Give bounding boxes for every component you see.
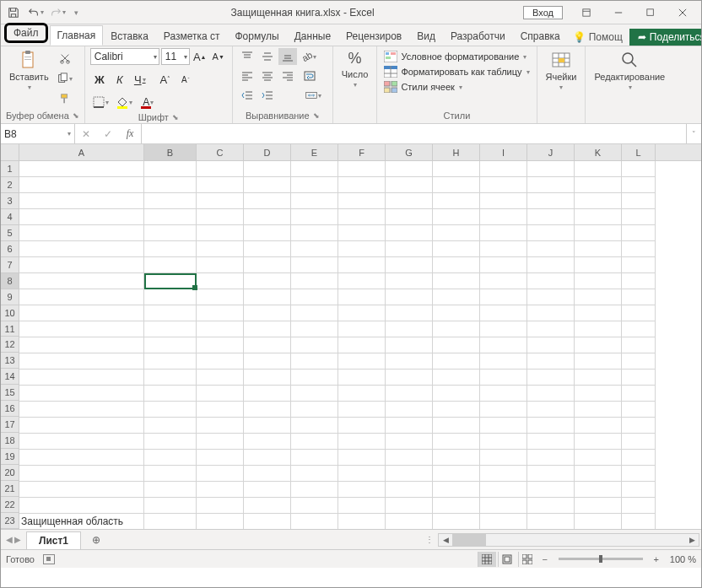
name-box[interactable]: B8▾ [1, 124, 75, 143]
cell-G7[interactable] [386, 418, 433, 434]
row-header-18[interactable]: 18 [1, 433, 19, 449]
cell-H4[interactable] [433, 466, 480, 482]
cell-F14[interactable] [338, 305, 386, 321]
col-header-J[interactable]: J [527, 144, 575, 160]
paste-button[interactable]: Вставить ▾ [6, 48, 52, 93]
cell-B10[interactable] [144, 370, 197, 386]
cell-I10[interactable] [480, 370, 527, 386]
formula-input[interactable] [142, 124, 686, 143]
cell-F8[interactable] [338, 402, 386, 418]
cell-L7[interactable] [622, 418, 656, 434]
cell-H17[interactable] [433, 257, 480, 273]
cell-A18[interactable] [19, 241, 144, 257]
cell-E7[interactable] [291, 418, 338, 434]
cell-B21[interactable] [144, 193, 197, 209]
cell-I19[interactable] [480, 225, 527, 241]
cell-E23[interactable] [291, 161, 338, 177]
cell-D18[interactable] [244, 241, 291, 257]
view-page-layout-icon[interactable] [498, 552, 516, 567]
cell-D17[interactable] [244, 257, 291, 273]
cell-F19[interactable] [338, 225, 386, 241]
cell-H19[interactable] [433, 225, 480, 241]
cell-E3[interactable] [291, 482, 338, 498]
col-header-I[interactable]: I [480, 144, 527, 160]
cell-J15[interactable] [527, 289, 575, 305]
cell-J20[interactable] [527, 209, 575, 225]
maximize-icon[interactable] [635, 2, 666, 24]
cell-K11[interactable] [575, 353, 622, 370]
cell-I6[interactable] [480, 434, 527, 450]
cell-J16[interactable] [527, 273, 575, 289]
cell-F4[interactable] [338, 466, 386, 482]
cell-K18[interactable] [575, 241, 622, 257]
cell-J3[interactable] [527, 482, 575, 498]
cell-B11[interactable] [144, 353, 197, 370]
cell-C3[interactable] [197, 482, 244, 498]
cell-B16[interactable] [144, 273, 197, 289]
font-size-select[interactable]: 11▾ [161, 48, 190, 65]
cell-D16[interactable] [244, 273, 291, 289]
cell-E1[interactable] [291, 514, 338, 529]
cell-J22[interactable] [527, 177, 575, 193]
cell-G13[interactable] [386, 321, 433, 337]
cell-G22[interactable] [386, 177, 433, 193]
col-header-F[interactable]: F [338, 144, 386, 160]
row-header-11[interactable]: 11 [1, 321, 19, 337]
cell-I4[interactable] [480, 466, 527, 482]
cell-B13[interactable] [144, 321, 197, 337]
row-header-20[interactable]: 20 [1, 465, 19, 481]
cell-A19[interactable] [19, 225, 144, 241]
cell-E14[interactable] [291, 305, 338, 321]
cell-E20[interactable] [291, 209, 338, 225]
cell-F23[interactable] [338, 161, 386, 177]
cell-L11[interactable] [622, 353, 656, 370]
cell-I2[interactable] [480, 498, 527, 514]
cell-K10[interactable] [575, 370, 622, 386]
cell-H13[interactable] [433, 321, 480, 337]
cell-K1[interactable] [575, 514, 622, 529]
cell-I23[interactable] [480, 161, 527, 177]
cell-A23[interactable] [19, 161, 144, 177]
cell-K4[interactable] [575, 466, 622, 482]
cell-J7[interactable] [527, 418, 575, 434]
cell-D20[interactable] [244, 209, 291, 225]
cell-D8[interactable] [244, 402, 291, 418]
cell-J12[interactable] [527, 337, 575, 353]
cell-E18[interactable] [291, 241, 338, 257]
increase-indent-icon[interactable] [258, 87, 277, 104]
cell-C23[interactable] [197, 161, 244, 177]
cell-F16[interactable] [338, 273, 386, 289]
cell-I9[interactable] [480, 386, 527, 402]
editing-button[interactable]: Редактирование ▾ [591, 48, 668, 93]
cell-E9[interactable] [291, 386, 338, 402]
cell-G12[interactable] [386, 337, 433, 353]
cell-J6[interactable] [527, 434, 575, 450]
cell-K9[interactable] [575, 386, 622, 402]
redo-icon[interactable]: ▾ [48, 3, 67, 22]
cell-B9[interactable] [144, 386, 197, 402]
cell-B22[interactable] [144, 177, 197, 193]
cell-A13[interactable] [19, 321, 144, 337]
cell-B12[interactable] [144, 337, 197, 353]
cell-K23[interactable] [575, 161, 622, 177]
cell-E11[interactable] [291, 353, 338, 370]
cell-C6[interactable] [197, 434, 244, 450]
cell-I3[interactable] [480, 482, 527, 498]
cell-F3[interactable] [338, 482, 386, 498]
save-icon[interactable] [4, 3, 23, 22]
cell-G23[interactable] [386, 161, 433, 177]
tab-review[interactable]: Рецензиров [338, 26, 409, 46]
col-header-C[interactable]: C [197, 144, 244, 160]
tab-insert[interactable]: Вставка [103, 26, 156, 46]
cell-F21[interactable] [338, 193, 386, 209]
qat-customize-icon[interactable]: ▾ [70, 3, 82, 22]
cell-L18[interactable] [622, 241, 656, 257]
cell-G10[interactable] [386, 370, 433, 386]
cell-K22[interactable] [575, 177, 622, 193]
cell-C5[interactable] [197, 450, 244, 466]
login-button[interactable]: Вход [523, 6, 563, 19]
cell-H1[interactable] [433, 514, 480, 529]
cell-D10[interactable] [244, 370, 291, 386]
cell-C8[interactable] [197, 402, 244, 418]
cell-C7[interactable] [197, 418, 244, 434]
